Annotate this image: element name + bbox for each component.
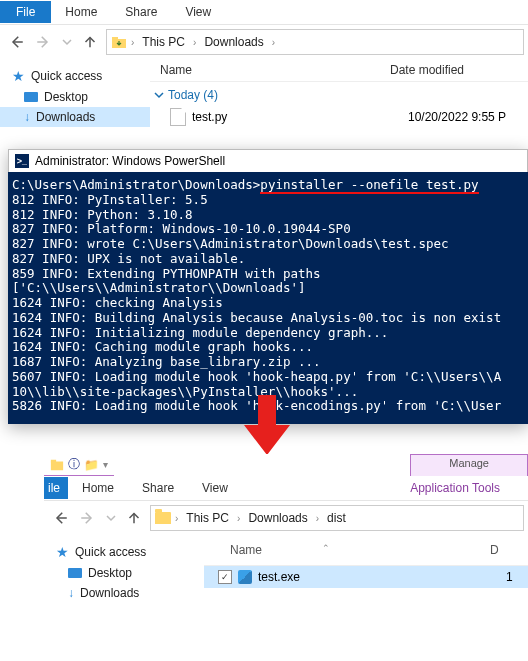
nav-pane: ★ Quick access Desktop ↓ Downloads [44, 535, 204, 609]
ps-output-line: 1624 INFO: checking Analysis [12, 296, 524, 311]
nav-forward-icon[interactable] [76, 506, 100, 530]
checkbox-icon[interactable]: ✓ [218, 570, 232, 584]
python-file-icon [170, 108, 186, 126]
chevron-right-icon[interactable]: › [235, 513, 242, 524]
sidebar-item-downloads[interactable]: ↓ Downloads [44, 583, 204, 603]
nav-back-icon[interactable] [48, 506, 72, 530]
nav-pane: ★ Quick access Desktop ↓ Downloads [0, 59, 150, 149]
tab-home[interactable]: Home [51, 1, 111, 23]
column-headers: Name Date modified [150, 59, 528, 82]
ps-output-line: 1624 INFO: Initializing module dependenc… [12, 326, 524, 341]
desktop-icon [24, 92, 38, 102]
column-name-label: Name [230, 543, 262, 557]
sort-caret-icon: ⌃ [322, 543, 330, 557]
nav-back-icon[interactable] [4, 30, 28, 54]
ps-output-line: 1687 INFO: Analyzing base_library.zip ..… [12, 355, 524, 370]
tab-view[interactable]: View [188, 477, 242, 499]
manage-label[interactable]: Manage [411, 455, 527, 471]
column-date[interactable]: Date modified [390, 63, 528, 77]
tab-share[interactable]: Share [128, 477, 188, 499]
sidebar-item-desktop[interactable]: Desktop [44, 563, 204, 583]
ps-output-line: 1624 INFO: Building Analysis because Ana… [12, 311, 524, 326]
exe-file-icon [238, 570, 252, 584]
sidebar-item-quick-access[interactable]: ★ Quick access [0, 65, 150, 87]
tab-application-tools[interactable]: Application Tools [382, 477, 528, 499]
powershell-window: >_ Administrator: Windows PowerShell C:\… [8, 149, 528, 424]
svg-rect-2 [51, 461, 63, 470]
tab-file[interactable]: File [0, 1, 51, 23]
ps-prompt: C:\Users\Administrator\Downloads> [12, 177, 260, 192]
ps-output-line: 812 INFO: Python: 3.10.8 [12, 208, 524, 223]
file-row[interactable]: test.py 10/20/2022 9:55 P [150, 106, 528, 128]
ribbon-tabs: ile Home Share View Application Tools [44, 476, 528, 501]
powershell-icon: >_ [15, 154, 29, 168]
breadcrumb-dist[interactable]: dist [323, 511, 350, 525]
nav-row: › This PC › Downloads › dist [44, 501, 528, 535]
star-icon: ★ [56, 544, 69, 560]
column-headers: Name ⌃ D [204, 535, 528, 566]
chevron-right-icon[interactable]: › [191, 37, 198, 48]
star-icon: ★ [12, 68, 25, 84]
downloads-folder-icon [111, 34, 127, 50]
chevron-right-icon[interactable]: › [173, 513, 180, 524]
address-bar[interactable]: › This PC › Downloads › [106, 29, 524, 55]
powershell-titlebar[interactable]: >_ Administrator: Windows PowerShell [8, 149, 528, 172]
sidebar-item-downloads[interactable]: ↓ Downloads [0, 107, 150, 127]
chevron-down-icon [154, 90, 164, 100]
svg-rect-1 [112, 37, 118, 40]
sidebar-label: Quick access [31, 69, 102, 83]
file-list-pane: Name Date modified Today (4) test.py 10/… [150, 59, 528, 149]
ribbon-tabs: File Home Share View [0, 0, 528, 25]
ps-output-line: 812 INFO: PyInstaller: 5.5 [12, 193, 524, 208]
tab-home[interactable]: Home [68, 477, 128, 499]
sidebar-item-desktop[interactable]: Desktop [0, 87, 150, 107]
ps-command: pyinstaller --onefile test.py [260, 177, 478, 194]
nav-up-icon[interactable] [122, 506, 146, 530]
tab-share[interactable]: Share [111, 1, 171, 23]
nav-row: › This PC › Downloads › [0, 25, 528, 59]
breadcrumb-downloads[interactable]: Downloads [200, 35, 267, 49]
breadcrumb-this-pc[interactable]: This PC [182, 511, 233, 525]
window-title: Administrator: Windows PowerShell [35, 154, 225, 168]
ps-output-line: 859 INFO: Extending PYTHONPATH with path… [12, 267, 524, 282]
column-d[interactable]: D [490, 543, 499, 557]
chevron-right-icon[interactable]: › [129, 37, 136, 48]
file-name: test.py [192, 110, 402, 124]
sidebar-label: Quick access [75, 545, 146, 559]
nav-up-icon[interactable] [78, 30, 102, 54]
red-arrow-icon [244, 395, 290, 455]
folder-icon [155, 512, 171, 524]
group-header-today[interactable]: Today (4) [150, 82, 528, 106]
column-name[interactable]: Name ⌃ [230, 543, 490, 557]
nav-recent-icon[interactable] [60, 30, 74, 54]
file-name: test.exe [258, 570, 500, 584]
nav-forward-icon[interactable] [32, 30, 56, 54]
sidebar-item-quick-access[interactable]: ★ Quick access [44, 541, 204, 563]
quick-access-toolbar: ⓘ 📁 ▾ Manage [44, 454, 528, 476]
breadcrumb-downloads[interactable]: Downloads [244, 511, 311, 525]
desktop-icon [68, 568, 82, 578]
powershell-body[interactable]: C:\Users\Administrator\Downloads>pyinsta… [8, 172, 528, 424]
breadcrumb-this-pc[interactable]: This PC [138, 35, 189, 49]
explorer-icon [50, 458, 64, 472]
nav-recent-icon[interactable] [104, 506, 118, 530]
chevron-right-icon[interactable]: › [314, 513, 321, 524]
svg-rect-3 [51, 459, 56, 462]
ps-output-line: 5607 INFO: Loading module hook 'hook-hea… [12, 370, 524, 385]
address-bar[interactable]: › This PC › Downloads › dist [150, 505, 524, 531]
sidebar-label: Downloads [36, 110, 95, 124]
tab-file[interactable]: ile [44, 477, 68, 499]
chevron-right-icon[interactable]: › [270, 37, 277, 48]
file-list-pane: Name ⌃ D ✓ test.exe 1 [204, 535, 528, 609]
sidebar-label: Desktop [44, 90, 88, 104]
qat-chevron-icon[interactable]: ▾ [103, 459, 108, 470]
file-row[interactable]: ✓ test.exe 1 [204, 566, 528, 588]
file-date: 10/20/2022 9:55 P [408, 110, 506, 124]
sidebar-label: Downloads [80, 586, 139, 600]
new-folder-icon[interactable]: 📁 [84, 458, 99, 472]
ps-output-line: 827 INFO: UPX is not available. [12, 252, 524, 267]
column-name[interactable]: Name [160, 63, 390, 77]
tab-view[interactable]: View [171, 1, 225, 23]
contextual-tab-manage: Manage [410, 454, 528, 476]
info-icon[interactable]: ⓘ [68, 456, 80, 473]
